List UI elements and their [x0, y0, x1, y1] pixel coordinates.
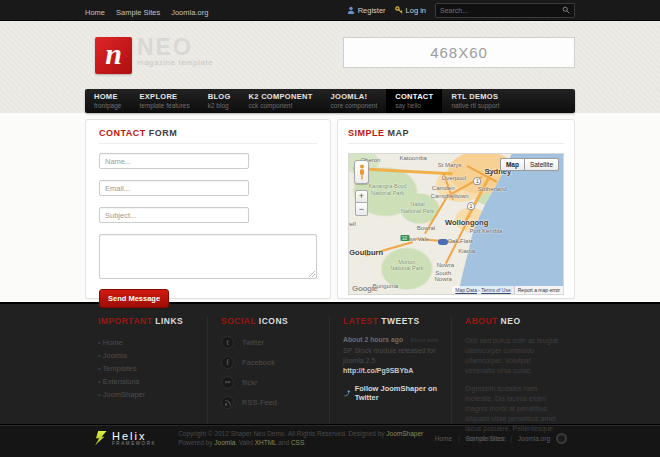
tweet-source: From web: [410, 336, 438, 343]
social-item-rss[interactable]: RSS-Feed: [221, 396, 316, 409]
helix-text: Helix FRAMEWORK: [112, 431, 156, 446]
logo-text: NEO magazine template: [137, 37, 213, 74]
satellite-view-button[interactable]: Satellite: [524, 158, 559, 171]
copyright-text: Powered by: [178, 439, 214, 446]
social-item-label: Facebook: [242, 358, 275, 367]
footer-link[interactable]: Home: [103, 338, 123, 347]
map-data-link[interactable]: Map Data: [455, 287, 477, 293]
nav-item-label: K2 COMPONENT: [249, 92, 313, 101]
nav-item-rtl-demos[interactable]: RTL DEMOSnative rtl support: [442, 89, 508, 113]
copyright-text: Copyright © 2012 Shaper Neo Demo. All Ri…: [178, 430, 386, 437]
tweet-timestamp: About 2 hours ago: [343, 336, 403, 343]
page: HomeSample SitesJoomla.org Register Log …: [0, 0, 660, 457]
nav-item-blog[interactable]: BLOGk2 blog: [199, 89, 240, 113]
key-icon: [395, 6, 403, 14]
copyright-link[interactable]: CSS: [291, 439, 304, 446]
social-item-facebook[interactable]: fFacebook: [221, 356, 316, 369]
map-marker-shield-blue: [438, 239, 448, 245]
street-view-pegman[interactable]: [354, 160, 369, 184]
bottombar-links: Home|Sample Sites|Joomla.org: [435, 433, 567, 444]
copyright-link[interactable]: JoomShaper: [386, 430, 423, 437]
ad-banner: 468X60: [343, 37, 575, 68]
flickr-icon: ••: [221, 376, 234, 389]
contact-title-accent: CONTACT: [99, 128, 146, 138]
footer: IMPORTANT LINKS HomeJoomlaTemplatesExten…: [0, 302, 660, 424]
about-paragraph-1: Orci sed purus cum ac feugiat ullamcorpe…: [465, 336, 560, 376]
zoom-out-button[interactable]: −: [355, 203, 368, 216]
resize-handle-icon[interactable]: [309, 271, 315, 277]
nav-item-contact[interactable]: CONTACTsay hello: [386, 89, 442, 113]
nav-item-explore[interactable]: EXPLOREtemplate features: [130, 89, 198, 113]
map-view-button[interactable]: Map: [500, 158, 524, 171]
helix-bolt-icon: [95, 431, 107, 446]
social-item-label: RSS-Feed: [242, 398, 277, 407]
bottombar-link-group: Home|Sample Sites|Joomla.org: [435, 435, 550, 442]
map-marker-shield-green: 10: [400, 235, 409, 241]
nav-item-label: CONTACT: [395, 92, 433, 101]
footer-link-item: Home: [98, 336, 194, 349]
site-logo[interactable]: n NEO magazine template: [95, 37, 213, 74]
register-button[interactable]: Register: [347, 6, 386, 15]
topbar-link[interactable]: Sample Sites: [116, 8, 160, 17]
copyright-link[interactable]: Joomla: [214, 439, 235, 446]
nav-item-sublabel: frontpage: [94, 102, 121, 109]
nav-item-label: RTL DEMOS: [451, 92, 499, 101]
nav-item-home[interactable]: HOMEfrontpage: [85, 89, 130, 113]
helix-framework-logo[interactable]: Helix FRAMEWORK: [95, 431, 156, 446]
social-item-label: flickr: [242, 378, 257, 387]
footer-link[interactable]: Joomla: [103, 351, 127, 360]
nav-item-sublabel: template features: [139, 102, 189, 109]
follow-twitter-link[interactable]: Follow JoomShaper on Twitter: [343, 384, 438, 402]
google-map[interactable]: OberonKatoombaSt MarysSydneyLiverpoolCam…: [348, 153, 564, 295]
footer-link[interactable]: Extensions: [103, 377, 140, 386]
google-watermark: Google: [352, 284, 378, 293]
back-to-top-icon[interactable]: [556, 433, 567, 444]
social-item-flickr[interactable]: ••flickr: [221, 376, 316, 389]
login-button[interactable]: Log in: [395, 6, 426, 15]
social-item-label: Twitter: [242, 338, 264, 347]
tweet-text: SP Stock module released for joomla 2.5 …: [343, 346, 438, 376]
footer-tweets-title-rest: TWEETS: [381, 316, 419, 326]
social-list: tTwitterfFacebook••flickrRSS-Feed: [221, 336, 316, 409]
helix-subtitle: FRAMEWORK: [112, 441, 156, 446]
copyright-text: . Valid: [235, 439, 254, 446]
copyright-link[interactable]: XHTML: [255, 439, 277, 446]
footer-link[interactable]: JoomShaper: [103, 390, 146, 399]
search-input[interactable]: [440, 7, 562, 14]
terms-link[interactable]: Terms of Use: [481, 287, 510, 293]
map-type-toggle: Map Satellite: [500, 158, 559, 171]
zoom-in-button[interactable]: +: [355, 190, 368, 203]
footer-social-title: SOCIAL ICONS: [221, 316, 316, 326]
logo-title: NEO: [137, 37, 213, 58]
logo-mark-icon: n: [95, 37, 132, 74]
bottombar-link[interactable]: Joomla.org: [518, 435, 550, 442]
bottombar-link[interactable]: Sample Sites: [466, 435, 504, 442]
topbar-link[interactable]: Home: [85, 8, 105, 17]
topbar-link[interactable]: Joomla.org: [171, 8, 208, 17]
subject-field[interactable]: [99, 207, 249, 223]
bottombar-separator: |: [458, 435, 460, 442]
zoom-controls: + −: [355, 190, 368, 216]
footer-link[interactable]: Templates: [103, 364, 137, 373]
copyright: Copyright © 2012 Shaper Neo Demo. All Ri…: [178, 429, 423, 448]
search-icon[interactable]: [562, 6, 570, 14]
email-field[interactable]: [99, 180, 249, 196]
bottombar-link[interactable]: Home: [435, 435, 452, 442]
nav-item-sublabel: core component: [331, 102, 378, 109]
footer-link-item: Templates: [98, 362, 194, 375]
footer-social-title-rest: ICONS: [259, 316, 288, 326]
login-label: Log in: [406, 6, 426, 15]
logo-subtitle: magazine template: [137, 58, 213, 67]
footer-social-title-accent: SOCIAL: [221, 316, 256, 326]
bottombar-separator: |: [510, 435, 512, 442]
name-field[interactable]: [99, 153, 249, 169]
nav-item-joomla-[interactable]: JOOMLA!core component: [322, 89, 387, 113]
nav-item-k2-component[interactable]: K2 COMPONENTcck component: [240, 89, 322, 113]
message-textarea[interactable]: [99, 234, 317, 279]
social-item-twitter[interactable]: tTwitter: [221, 336, 316, 349]
footer-link-item: JoomShaper: [98, 388, 194, 401]
report-map-error-link[interactable]: Report a map error: [514, 286, 563, 294]
bottombar: Helix FRAMEWORK Copyright © 2012 Shaper …: [0, 424, 660, 457]
tweet-link[interactable]: http://t.co/Pg9SBYbA: [343, 367, 413, 374]
footer-about-title: ABOUT NEO: [465, 316, 560, 326]
